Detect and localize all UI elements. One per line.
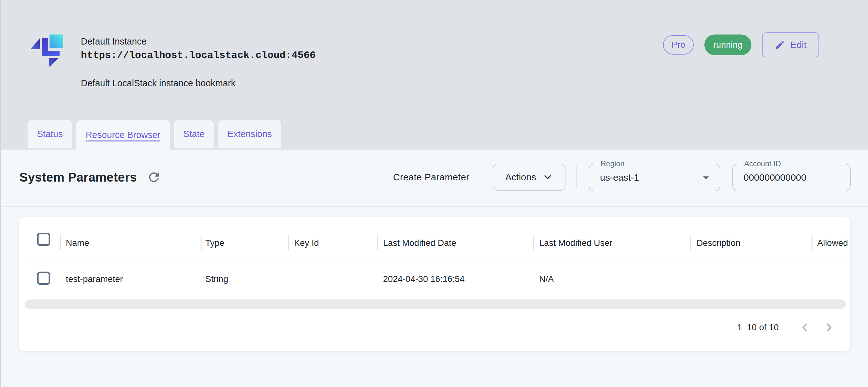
column-header-last-modified-user[interactable]: Last Modified User	[539, 236, 612, 250]
column-header-name[interactable]: Name	[66, 236, 89, 250]
column-separator	[200, 235, 202, 250]
tab-state[interactable]: State	[174, 120, 214, 148]
pro-badge-label: Pro	[672, 40, 685, 50]
tab-status-label: Status	[37, 129, 63, 139]
previous-page-button[interactable]	[793, 316, 817, 339]
chevron-left-icon	[799, 321, 811, 334]
instance-title: Default Instance	[81, 35, 316, 48]
page-title-row: System Parameters	[20, 164, 163, 191]
refresh-button[interactable]	[145, 169, 163, 186]
pagination-range-label: 1–10 of 10	[737, 322, 779, 332]
column-separator	[533, 235, 534, 250]
account-id-field: Account ID	[732, 164, 851, 191]
pro-badge: Pro	[663, 35, 694, 55]
window-edge	[0, 0, 1, 387]
toolbar-divider	[577, 166, 577, 189]
instance-info: Default Instance https://localhost.local…	[81, 35, 316, 89]
column-header-description[interactable]: Description	[696, 236, 740, 250]
account-id-inner	[733, 164, 850, 191]
region-select[interactable]: Region us-east-1	[589, 164, 720, 191]
edit-button-label: Edit	[790, 39, 807, 50]
pagination: 1–10 of 10	[737, 316, 841, 339]
column-separator	[60, 235, 61, 250]
parameter-name-link[interactable]: test-parameter	[66, 272, 123, 286]
instance-badges: Pro running Edit	[663, 30, 819, 59]
tab-status[interactable]: Status	[28, 120, 72, 148]
horizontal-scrollbar[interactable]	[25, 299, 846, 309]
select-all-checkbox[interactable]	[37, 233, 50, 246]
dropdown-arrow-icon	[699, 171, 713, 184]
column-header-key-id[interactable]: Key Id	[294, 236, 319, 250]
toolbar-bottom-divider	[0, 206, 868, 207]
status-badge-label: running	[713, 40, 742, 50]
tab-extensions-label: Extensions	[227, 129, 272, 139]
edit-button[interactable]: Edit	[762, 32, 819, 57]
chevron-down-icon	[542, 172, 553, 182]
column-separator	[812, 235, 812, 250]
actions-button[interactable]: Actions	[493, 164, 565, 191]
instance-url: https://localhost.localstack.cloud:4566	[81, 48, 316, 63]
status-badge: running	[704, 34, 751, 55]
column-separator	[690, 235, 691, 250]
localstack-logo-icon	[30, 29, 65, 70]
account-id-input[interactable]	[744, 172, 838, 183]
column-header-type[interactable]: Type	[205, 236, 224, 250]
row-checkbox[interactable]	[37, 272, 50, 285]
tab-state-label: State	[183, 129, 205, 139]
parameter-type-cell: String	[205, 272, 228, 286]
table-header-row: Name Type Key Id Last Modified Date Last…	[19, 217, 850, 262]
tab-resource-browser[interactable]: Resource Browser	[76, 120, 170, 150]
refresh-icon	[147, 170, 161, 184]
chevron-right-icon	[823, 321, 835, 334]
instance-description: Default LocalStack instance bookmark	[81, 77, 316, 89]
parameter-last-modified-user-cell: N/A	[539, 272, 554, 286]
parameters-table-card: Name Type Key Id Last Modified Date Last…	[19, 217, 850, 351]
page-title: System Parameters	[20, 170, 137, 184]
table-row[interactable]: test-parameter String 2024-04-30 16:16:5…	[19, 263, 850, 295]
tab-resource-browser-label: Resource Browser	[86, 130, 160, 140]
create-parameter-button[interactable]: Create Parameter	[393, 164, 469, 191]
parameter-last-modified-date-cell: 2024-04-30 16:16:54	[383, 272, 465, 286]
tab-extensions[interactable]: Extensions	[218, 120, 281, 148]
actions-button-label: Actions	[505, 172, 536, 182]
next-page-button[interactable]	[817, 316, 841, 339]
column-separator	[288, 235, 289, 250]
tab-bar: Status Resource Browser State Extensions	[28, 120, 281, 150]
region-select-value: us-east-1	[600, 172, 639, 183]
create-parameter-label: Create Parameter	[393, 172, 469, 182]
pencil-icon	[775, 39, 785, 50]
column-separator	[377, 235, 378, 250]
instance-header: Default Instance https://localhost.local…	[0, 0, 868, 150]
column-header-allowed[interactable]: Allowed	[817, 236, 848, 250]
column-header-last-modified-date[interactable]: Last Modified Date	[383, 236, 456, 250]
